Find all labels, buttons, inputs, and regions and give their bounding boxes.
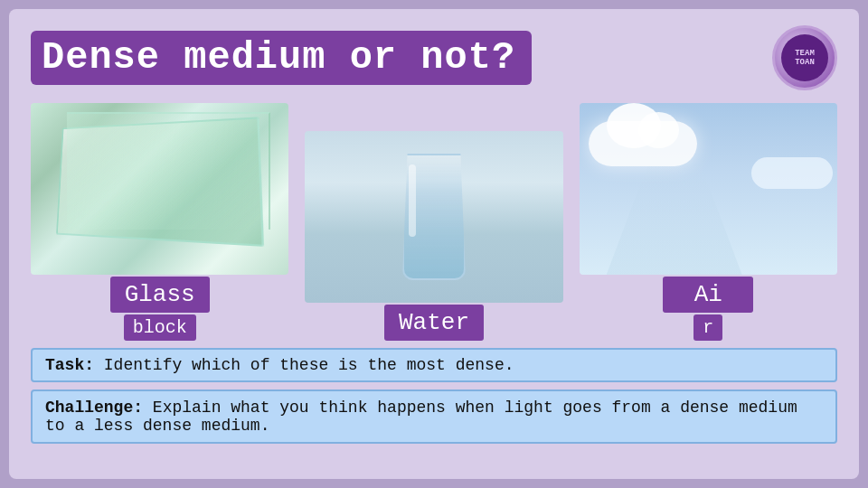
glass-label: Glass: [110, 277, 210, 313]
water-label: Water: [384, 305, 484, 341]
air-illustration: [580, 103, 837, 275]
title-bar: Dense medium or not? TEAM TOAN: [31, 25, 837, 90]
images-row: Glass block Water Ai r: [31, 103, 837, 341]
air-image: [580, 103, 837, 275]
water-illustration: [305, 131, 562, 303]
glass-illustration: [31, 103, 288, 275]
challenge-label: Challenge:: [45, 399, 143, 417]
item-water: Water: [305, 131, 562, 341]
light-rays: [607, 166, 742, 275]
challenge-box: Challenge: Explain what you think happen…: [31, 389, 837, 444]
task-label: Task:: [45, 356, 94, 374]
glass-sublabel: block: [124, 314, 196, 341]
page-title: Dense medium or not?: [31, 31, 532, 85]
water-image: [305, 131, 562, 303]
air-sublabel: r: [693, 314, 722, 341]
item-air: Ai r: [580, 103, 837, 341]
cloud2: [751, 157, 833, 189]
logo-name: TOAN: [795, 58, 815, 67]
challenge-text: Explain what you think happens when ligh…: [45, 399, 797, 435]
task-box: Task: Identify which of these is the mos…: [31, 348, 837, 382]
item-glass: Glass block: [31, 103, 288, 341]
water-glass-shape: [402, 154, 466, 280]
glass-image: [31, 103, 288, 275]
slide: Dense medium or not? TEAM TOAN Glass blo…: [9, 9, 859, 479]
team-logo: TEAM TOAN: [772, 25, 837, 90]
cloud1: [589, 121, 697, 166]
air-label: Ai: [663, 277, 753, 313]
logo-inner: TEAM TOAN: [781, 34, 828, 81]
logo-team: TEAM: [795, 49, 815, 58]
task-text: Identify which of these is the most dens…: [94, 356, 514, 374]
